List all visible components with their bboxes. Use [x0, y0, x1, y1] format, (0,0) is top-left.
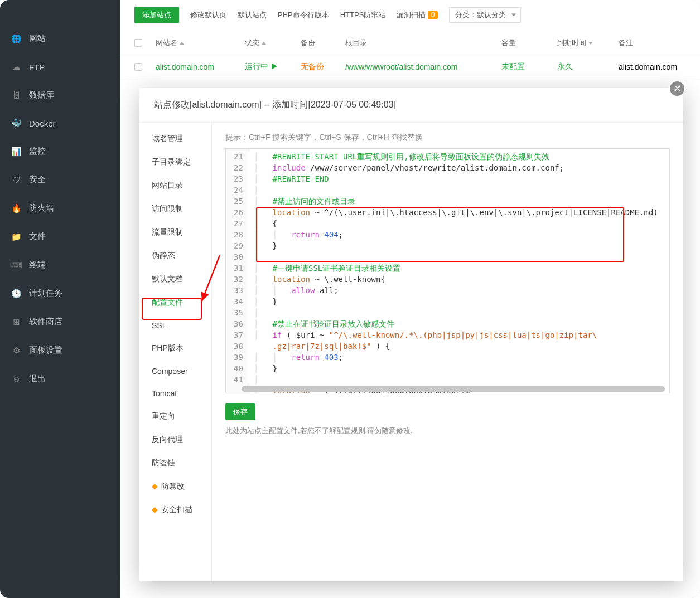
- th-name[interactable]: 网站名: [156, 38, 239, 48]
- sidebar-item-firewall[interactable]: 🔥防火墙: [0, 194, 120, 222]
- th-exp[interactable]: 到期时间: [557, 38, 613, 48]
- sidebar-label: 监控: [29, 146, 46, 157]
- shield-icon: 🛡: [11, 175, 21, 185]
- globe-icon: 🌐: [11, 34, 21, 44]
- sidebar-label: 退出: [29, 373, 46, 384]
- modal-tab-伪静态[interactable]: 伪静态: [139, 244, 211, 268]
- cell-note: alist.domain.com: [619, 62, 685, 71]
- modal-body: 域名管理子目录绑定网站目录访问限制流量限制伪静态默认文档配置文件SSLPHP版本…: [139, 123, 683, 581]
- sidebar-item-terminal[interactable]: ⌨终端: [0, 251, 120, 279]
- cell-name[interactable]: alist.domain.com: [156, 62, 239, 71]
- line-gutter: 2122232425262728293031323334353637383940…: [226, 149, 249, 393]
- config-warning: 此处为站点主配置文件,若您不了解配置规则,请勿随意修改.: [225, 426, 670, 436]
- sidebar-label: 面板设置: [29, 345, 62, 356]
- sidebar-label: 终端: [29, 260, 46, 270]
- cell-backup[interactable]: 无备份: [301, 62, 340, 72]
- sidebar-label: 数据库: [29, 90, 54, 100]
- sidebar-item-logout[interactable]: ⎋退出: [0, 364, 120, 393]
- sidebar-item-files[interactable]: 📁文件: [0, 222, 120, 251]
- sidebar-label: 软件商店: [29, 317, 62, 327]
- modify-default-link[interactable]: 修改默认页: [190, 10, 226, 20]
- sidebar-label: 文件: [29, 231, 46, 242]
- modal-main: 提示：Ctrl+F 搜索关键字，Ctrl+S 保存，Ctrl+H 查找替换 21…: [212, 123, 683, 581]
- code-content[interactable]: │ #REWRITE-START URL重写规则引用,修改后将导致面板设置的伪静…: [249, 149, 669, 393]
- sidebar-item-store[interactable]: ⊞软件商店: [0, 308, 120, 336]
- modal-tab-网站目录[interactable]: 网站目录: [139, 174, 211, 197]
- sort-icon: [262, 42, 266, 45]
- terminal-icon: ⌨: [11, 260, 21, 270]
- close-button[interactable]: ✕: [669, 80, 685, 97]
- modal-tab-默认文档[interactable]: 默认文档: [139, 268, 211, 291]
- select-all-checkbox[interactable]: [134, 39, 142, 47]
- sidebar: 🌐网站 ☁FTP 🗄数据库 🐳Docker 📊监控 🛡安全 🔥防火墙 📁文件 ⌨…: [0, 0, 120, 598]
- sidebar-item-settings[interactable]: ⚙面板设置: [0, 336, 120, 364]
- sidebar-item-docker[interactable]: 🐳Docker: [0, 109, 120, 137]
- modal-tab-域名管理[interactable]: 域名管理: [139, 127, 211, 150]
- cell-cap: 未配置: [501, 62, 552, 72]
- table-header: 网站名 状态 备份 根目录 容量 到期时间 备注: [120, 32, 700, 54]
- sidebar-item-ftp[interactable]: ☁FTP: [0, 53, 120, 81]
- vuln-scan-link[interactable]: 漏洞扫描 0: [397, 10, 438, 20]
- modal-tab-访问限制[interactable]: 访问限制: [139, 197, 211, 221]
- save-button[interactable]: 保存: [225, 403, 255, 420]
- row-checkbox[interactable]: [134, 63, 142, 71]
- category-select[interactable]: 分类：默认分类: [449, 7, 521, 23]
- php-cli-link[interactable]: PHP命令行版本: [278, 10, 329, 20]
- sidebar-label: 计划任务: [29, 288, 62, 299]
- modal-tab-Composer[interactable]: Composer: [139, 360, 211, 382]
- app-root: 🌐网站 ☁FTP 🗄数据库 🐳Docker 📊监控 🛡安全 🔥防火墙 📁文件 ⌨…: [0, 0, 700, 598]
- modal-tab-Tomcat[interactable]: Tomcat: [139, 382, 211, 405]
- sidebar-item-cron[interactable]: 🕑计划任务: [0, 279, 120, 308]
- https-hijack-link[interactable]: HTTPS防窜站: [340, 10, 386, 20]
- modal-tab-防篡改[interactable]: ◆防篡改: [139, 475, 211, 498]
- modal-sidebar: 域名管理子目录绑定网站目录访问限制流量限制伪静态默认文档配置文件SSLPHP版本…: [139, 123, 212, 581]
- modal-tab-重定向[interactable]: 重定向: [139, 405, 211, 428]
- clock-icon: 🕑: [11, 289, 21, 299]
- diamond-icon: ◆: [152, 482, 158, 490]
- modal-tab-防盗链[interactable]: 防盗链: [139, 451, 211, 475]
- th-status[interactable]: 状态: [245, 38, 295, 48]
- firewall-icon: 🔥: [11, 203, 21, 213]
- annotation-tab-highlight: [142, 298, 202, 320]
- cell-status[interactable]: 运行中 ▶: [245, 62, 295, 72]
- add-site-button[interactable]: 添加站点: [134, 7, 179, 23]
- sidebar-label: Docker: [29, 119, 56, 128]
- sidebar-label: 安全: [29, 174, 46, 185]
- default-site-link[interactable]: 默认站点: [238, 10, 267, 20]
- sidebar-label: FTP: [29, 62, 45, 72]
- sidebar-item-website[interactable]: 🌐网站: [0, 25, 120, 53]
- modal-tab-PHP版本[interactable]: PHP版本: [139, 337, 211, 360]
- ftp-icon: ☁: [11, 62, 21, 72]
- code-editor[interactable]: 2122232425262728293031323334353637383940…: [225, 148, 670, 393]
- editor-hint: 提示：Ctrl+F 搜索关键字，Ctrl+S 保存，Ctrl+H 查找替换: [225, 133, 670, 143]
- db-icon: 🗄: [11, 90, 21, 100]
- gear-icon: ⚙: [11, 346, 21, 356]
- sidebar-label: 防火墙: [29, 203, 54, 213]
- modal-tab-反向代理[interactable]: 反向代理: [139, 428, 211, 451]
- th-note: 备注: [619, 38, 685, 48]
- sidebar-item-security[interactable]: 🛡安全: [0, 166, 120, 194]
- modal-title: 站点修改[alist.domain.com] -- 添加时间[2023-07-0…: [139, 88, 683, 123]
- monitor-icon: 📊: [11, 147, 21, 157]
- modal-tab-子目录绑定[interactable]: 子目录绑定: [139, 150, 211, 174]
- table-row[interactable]: alist.domain.com 运行中 ▶ 无备份 /www/wwwroot/…: [120, 54, 700, 80]
- modal-tab-流量限制[interactable]: 流量限制: [139, 221, 211, 244]
- folder-icon: 📁: [11, 232, 21, 242]
- sort-icon: [588, 42, 593, 45]
- th-root: 根目录: [345, 38, 496, 48]
- modal-tab-安全扫描[interactable]: ◆安全扫描: [139, 498, 211, 522]
- th-backup: 备份: [301, 38, 340, 48]
- docker-icon: 🐳: [11, 118, 21, 128]
- cell-exp[interactable]: 永久: [557, 62, 613, 72]
- sidebar-item-database[interactable]: 🗄数据库: [0, 81, 120, 109]
- site-edit-modal: ✕ 站点修改[alist.domain.com] -- 添加时间[2023-07…: [139, 88, 683, 581]
- play-icon: ▶: [271, 62, 278, 71]
- sidebar-item-monitor[interactable]: 📊监控: [0, 137, 120, 166]
- toolbar: 添加站点 修改默认页 默认站点 PHP命令行版本 HTTPS防窜站 漏洞扫描 0…: [120, 0, 700, 32]
- horizontal-scrollbar[interactable]: [242, 386, 665, 392]
- cell-root[interactable]: /www/wwwroot/alist.domain.com: [345, 62, 496, 71]
- diamond-icon: ◆: [152, 505, 158, 514]
- sort-icon: [180, 42, 184, 45]
- store-icon: ⊞: [11, 317, 21, 327]
- vuln-badge: 0: [428, 11, 438, 19]
